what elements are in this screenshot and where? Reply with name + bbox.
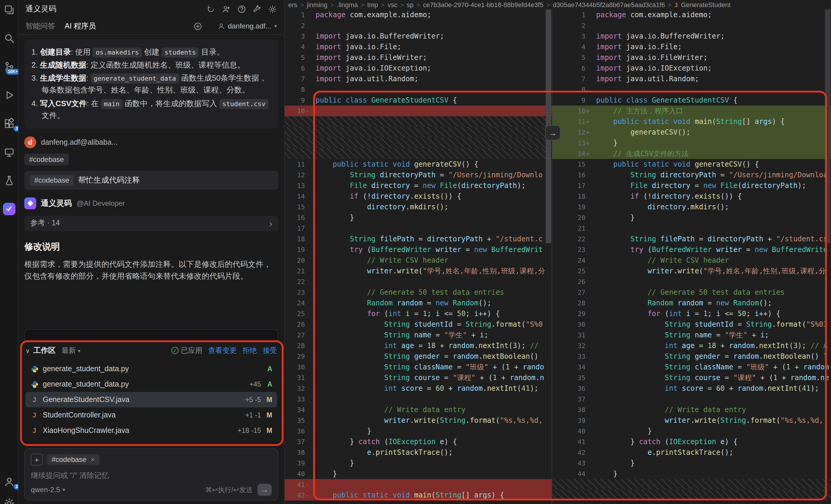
code-line[interactable]: 43 } — [552, 458, 831, 468]
new-session-button[interactable] — [193, 22, 202, 31]
code-line[interactable]: 38 // Write data entry — [552, 405, 831, 415]
scrollbar-thumb[interactable] — [825, 9, 830, 243]
code-line[interactable]: 36 } — [285, 426, 552, 436]
code-line[interactable]: 2 — [552, 20, 831, 31]
code-line[interactable]: 7import java.util.Random; — [285, 73, 552, 84]
breadcrumb-item[interactable]: vsc — [388, 1, 397, 8]
code-line[interactable]: 5import java.io.FileWriter; — [552, 52, 831, 63]
left-pane-scrollbar[interactable] — [546, 9, 552, 504]
breadcrumb[interactable]: ers>jinming>.lingma>tmp>vsc>sp>ce7b3a0e-… — [285, 0, 831, 9]
code-line[interactable]: 3import java.io.BufferedWriter; — [552, 31, 831, 41]
code-line[interactable]: 37 } catch (IOException e) { — [285, 436, 552, 447]
code-line[interactable]: 34 // Write data entry — [285, 405, 552, 415]
code-line[interactable]: 40 } — [285, 468, 552, 479]
add-context-button[interactable]: + — [31, 454, 43, 466]
code-line[interactable]: 21 — [552, 223, 831, 234]
file-row[interactable]: JGenerateStudentCSV.java+5 -5M — [26, 392, 277, 407]
context-chip[interactable]: #codebase — [24, 154, 68, 166]
activity-explorer[interactable] — [2, 2, 16, 17]
code-line[interactable]: 33 String gender = random.nextBoolean() … — [552, 351, 831, 362]
code-line[interactable]: 6import java.io.IOException; — [285, 63, 552, 73]
code-line[interactable]: 28 Random random = new Random(); — [552, 298, 831, 308]
collapse-chevron-icon[interactable]: ∨ — [26, 347, 30, 354]
code-line[interactable]: 27 String name = "学生" + i; — [285, 330, 552, 340]
file-row[interactable]: JXiaoHongShuCrawler.java+18 -15M — [26, 423, 277, 438]
code-line[interactable]: 4import java.io.File; — [552, 41, 831, 52]
code-line[interactable]: 10- — [285, 106, 552, 116]
activity-extensions[interactable]: 3 — [2, 116, 16, 130]
code-line[interactable]: 23 // Generate 50 test data entries — [285, 287, 552, 298]
help-icon[interactable] — [237, 4, 246, 13]
code-line[interactable]: 22 — [285, 276, 552, 287]
code-line[interactable]: 13 File directory = new File(directoryPa… — [285, 180, 552, 191]
code-line[interactable]: 31 String name = "学生" + i; — [552, 330, 831, 340]
diff-revert-arrow-button[interactable]: → — [545, 125, 561, 141]
send-button[interactable]: → — [257, 484, 272, 496]
remove-chip-icon[interactable]: × — [90, 455, 95, 464]
tab-ai-programmer[interactable]: AI 程序员 — [65, 21, 96, 31]
code-line[interactable]: 3import java.io.BufferedWriter; — [285, 31, 552, 41]
activity-run-debug[interactable] — [2, 88, 16, 102]
activity-settings[interactable] — [2, 496, 16, 504]
code-line[interactable]: 17 — [285, 223, 552, 234]
activity-search[interactable] — [2, 31, 16, 45]
code-line[interactable]: 2 — [285, 20, 552, 31]
code-line[interactable]: 6import java.io.IOException; — [552, 63, 831, 73]
workspace-filter[interactable]: 最新 ▾ — [62, 346, 81, 355]
code-line[interactable]: 40 } — [552, 426, 831, 436]
file-row[interactable]: generate_student_data.pyA — [26, 361, 277, 377]
code-line[interactable]: 8 — [285, 84, 552, 95]
code-line[interactable]: 30 String studentId = String.format("S%0… — [552, 319, 831, 330]
code-line[interactable]: 24 Random random = new Random(); — [285, 298, 552, 308]
code-line[interactable]: 29 String gender = random.nextBoolean() — [285, 351, 552, 362]
file-row[interactable]: generate_student_data.py+45A — [26, 377, 277, 392]
code-line[interactable]: 4import java.io.File; — [285, 41, 552, 52]
code-line[interactable]: 24 // Write CSV header — [552, 255, 831, 266]
breadcrumb-item[interactable]: sp — [407, 1, 413, 8]
code-line[interactable]: 1package com.example.aidemo; — [285, 9, 552, 20]
breadcrumb-item[interactable]: ers — [288, 1, 297, 8]
code-line[interactable]: 36 int score = 60 + random.nextInt(41); — [552, 383, 831, 394]
code-line[interactable]: 11+ public static void main(String[] arg… — [552, 116, 831, 127]
code-line[interactable]: 20 // Write CSV header — [285, 255, 552, 266]
breadcrumb-item[interactable]: .lingma — [337, 1, 358, 8]
code-line[interactable]: 14 if (!directory.exists()) { — [285, 191, 552, 202]
code-line[interactable]: 38 e.printStackTrace(); — [285, 447, 552, 458]
history-icon[interactable] — [206, 4, 215, 13]
view-changes-link[interactable]: 查看变更 — [208, 346, 237, 355]
accept-link[interactable]: 接受 — [263, 346, 277, 355]
diff-pane-original[interactable]: 1package com.example.aidemo;23import jav… — [285, 9, 552, 504]
activity-testing[interactable] — [2, 173, 16, 187]
code-line[interactable]: 37 — [552, 394, 831, 405]
wrench-icon[interactable] — [253, 4, 262, 13]
breadcrumb-item[interactable]: ce7b3a0e-2970-4ce1-bb18-88b9efd4e3f5 — [423, 1, 543, 8]
code-line[interactable]: 44 } — [552, 468, 831, 479]
message-input[interactable]: 继续提问或 "/" 清除记忆 — [31, 471, 272, 481]
code-line[interactable]: 12 String directoryPath = "/Users/jinmin… — [285, 170, 552, 180]
code-line[interactable]: 8 — [552, 84, 831, 95]
gear-icon[interactable] — [268, 4, 277, 13]
code-line[interactable]: 41- — [285, 479, 552, 490]
code-line[interactable]: 35 writer.write(String.format("%s,%s,%d, — [285, 415, 552, 426]
code-line[interactable]: 19 try (BufferedWriter writer = new Buff… — [285, 244, 552, 255]
code-line[interactable]: 9public class GenerateStudentCSV { — [285, 95, 552, 106]
code-line[interactable]: 33 — [285, 394, 552, 405]
code-line[interactable]: 12+ generateCSV(); — [552, 127, 831, 138]
user-add-icon[interactable] — [222, 4, 231, 13]
breadcrumb-file[interactable]: GenerateStudent — [681, 1, 731, 8]
code-line[interactable]: 26 — [552, 276, 831, 287]
codebase-chip[interactable]: #codebase × — [47, 454, 99, 465]
code-line[interactable]: 32 int score = 60 + random.nextInt(41); — [285, 383, 552, 394]
code-line[interactable]: 42- public static void main(String[] arg… — [285, 490, 552, 500]
code-line[interactable]: 25 writer.write("学号,姓名,年龄,性别,班级,课程,分 — [552, 266, 831, 276]
code-line[interactable]: 25 for (int i = 1; i <= 50; i++) { — [285, 308, 552, 319]
code-line[interactable]: 16 String directoryPath = "/Users/jinmin… — [552, 170, 831, 180]
code-line[interactable]: 18 if (!directory.exists()) { — [552, 191, 831, 202]
code-line[interactable]: 31 String course = "课程" + (1 + random.n — [285, 373, 552, 383]
code-line[interactable]: 17 File directory = new File(directoryPa… — [552, 180, 831, 191]
right-pane-scrollbar[interactable] — [825, 9, 831, 504]
diff-pane-modified[interactable]: 1package com.example.aidemo;23import jav… — [552, 9, 831, 504]
code-line[interactable]: 30 String className = "班级" + (1 + rando — [285, 362, 552, 373]
code-line[interactable]: 41 } catch (IOException e) { — [552, 436, 831, 447]
code-line[interactable]: 10+ // 主方法，程序入口 — [552, 106, 831, 116]
